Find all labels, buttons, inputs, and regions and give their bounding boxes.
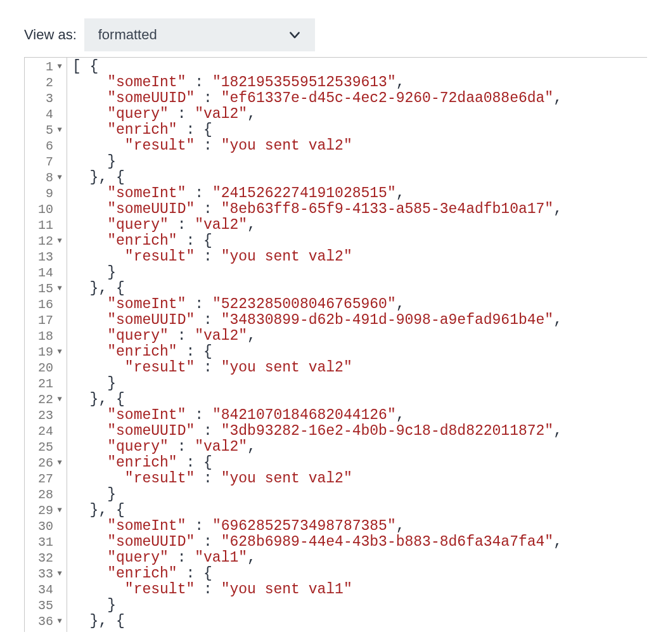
- line-number: 34▼: [25, 582, 67, 598]
- code-line[interactable]: }, {: [72, 170, 647, 186]
- line-number: 23▼: [25, 408, 67, 423]
- code-line[interactable]: "result" : "you sent val2": [72, 249, 647, 265]
- view-as-select[interactable]: formatted: [84, 18, 315, 51]
- code-line[interactable]: "enrich" : {: [72, 122, 647, 138]
- code-line[interactable]: "enrich" : {: [72, 233, 647, 249]
- line-number: 13▼: [25, 249, 67, 265]
- line-number: 7▼: [25, 154, 67, 170]
- code-line[interactable]: }, {: [72, 614, 647, 629]
- line-number: 14▼: [25, 265, 67, 281]
- code-line[interactable]: }, {: [72, 503, 647, 518]
- code-line[interactable]: [ {: [72, 59, 647, 75]
- line-number: 36▼: [25, 614, 67, 629]
- line-number: 19▼: [25, 344, 67, 360]
- view-as-label: View as:: [24, 27, 77, 43]
- line-number: 31▼: [25, 534, 67, 550]
- line-number: 27▼: [25, 471, 67, 487]
- code-line[interactable]: "query" : "val2",: [72, 217, 647, 233]
- line-number: 16▼: [25, 297, 67, 312]
- code-line[interactable]: "enrich" : {: [72, 566, 647, 582]
- code-line[interactable]: "someInt" : "1821953559512539613",: [72, 75, 647, 91]
- view-as-toolbar: View as: formatted: [0, 0, 649, 57]
- code-line[interactable]: "someInt" : "8421070184682044126",: [72, 408, 647, 423]
- code-line[interactable]: "enrich" : {: [72, 455, 647, 471]
- code-line[interactable]: "enrich" : {: [72, 344, 647, 360]
- fold-toggle-icon[interactable]: ▼: [55, 170, 64, 186]
- code-line[interactable]: }: [72, 376, 647, 392]
- line-number: 5▼: [25, 122, 67, 138]
- code-line[interactable]: "someUUID" : "34830899-d62b-491d-9098-a9…: [72, 312, 647, 328]
- line-number: 6▼: [25, 138, 67, 154]
- code-line[interactable]: "someInt" : "6962852573498787385",: [72, 518, 647, 534]
- fold-toggle-icon[interactable]: ▼: [55, 233, 64, 249]
- line-number: 18▼: [25, 328, 67, 344]
- fold-toggle-icon[interactable]: ▼: [55, 59, 64, 75]
- code-viewer: 1▼2▼3▼4▼5▼6▼7▼8▼9▼10▼11▼12▼13▼14▼15▼16▼1…: [24, 57, 647, 632]
- line-number: 30▼: [25, 518, 67, 534]
- code-line[interactable]: "someUUID" : "ef61337e-d45c-4ec2-9260-72…: [72, 91, 647, 106]
- line-number: 22▼: [25, 392, 67, 408]
- code-line[interactable]: "query" : "val1",: [72, 550, 647, 566]
- code-line[interactable]: "someInt" : "2415262274191028515",: [72, 186, 647, 202]
- view-as-select-value: formatted: [98, 27, 157, 43]
- line-number: 10▼: [25, 202, 67, 217]
- line-number: 29▼: [25, 503, 67, 518]
- fold-toggle-icon[interactable]: ▼: [55, 281, 64, 297]
- line-number: 11▼: [25, 217, 67, 233]
- line-number: 25▼: [25, 439, 67, 455]
- line-number-gutter: 1▼2▼3▼4▼5▼6▼7▼8▼9▼10▼11▼12▼13▼14▼15▼16▼1…: [25, 58, 67, 632]
- code-line[interactable]: "result" : "you sent val2": [72, 360, 647, 376]
- code-line[interactable]: "someInt" : "5223285008046765960",: [72, 297, 647, 312]
- line-number: 35▼: [25, 598, 67, 614]
- line-number: 4▼: [25, 106, 67, 122]
- fold-toggle-icon[interactable]: ▼: [55, 344, 64, 360]
- line-number: 24▼: [25, 423, 67, 439]
- fold-toggle-icon[interactable]: ▼: [55, 503, 64, 518]
- line-number: 9▼: [25, 186, 67, 202]
- line-number: 32▼: [25, 550, 67, 566]
- line-number: 26▼: [25, 455, 67, 471]
- code-line[interactable]: "someUUID" : "628b6989-44e4-43b3-b883-8d…: [72, 534, 647, 550]
- line-number: 2▼: [25, 75, 67, 91]
- line-number: 12▼: [25, 233, 67, 249]
- chevron-down-icon: [288, 29, 301, 41]
- code-line[interactable]: }: [72, 487, 647, 503]
- code-line[interactable]: }: [72, 265, 647, 281]
- line-number: 21▼: [25, 376, 67, 392]
- line-number: 33▼: [25, 566, 67, 582]
- fold-toggle-icon[interactable]: ▼: [55, 392, 64, 408]
- line-number: 15▼: [25, 281, 67, 297]
- code-line[interactable]: "someUUID" : "3db93282-16e2-4b0b-9c18-d8…: [72, 423, 647, 439]
- code-line[interactable]: }: [72, 598, 647, 614]
- code-line[interactable]: }, {: [72, 281, 647, 297]
- line-number: 17▼: [25, 312, 67, 328]
- code-line[interactable]: "result" : "you sent val2": [72, 471, 647, 487]
- code-content[interactable]: [ { "someInt" : "1821953559512539613", "…: [67, 58, 647, 632]
- line-number: 1▼: [25, 59, 67, 75]
- code-line[interactable]: "someUUID" : "8eb63ff8-65f9-4133-a585-3e…: [72, 202, 647, 217]
- code-line[interactable]: "result" : "you sent val2": [72, 138, 647, 154]
- code-line[interactable]: "query" : "val2",: [72, 328, 647, 344]
- code-line[interactable]: "query" : "val2",: [72, 106, 647, 122]
- fold-toggle-icon[interactable]: ▼: [55, 566, 64, 582]
- line-number: 3▼: [25, 91, 67, 106]
- line-number: 8▼: [25, 170, 67, 186]
- fold-toggle-icon[interactable]: ▼: [55, 122, 64, 138]
- fold-toggle-icon[interactable]: ▼: [55, 614, 64, 629]
- code-line[interactable]: "query" : "val2",: [72, 439, 647, 455]
- fold-toggle-icon[interactable]: ▼: [55, 455, 64, 471]
- code-line[interactable]: }: [72, 154, 647, 170]
- line-number: 20▼: [25, 360, 67, 376]
- code-line[interactable]: }, {: [72, 392, 647, 408]
- line-number: 28▼: [25, 487, 67, 503]
- code-line[interactable]: "result" : "you sent val1": [72, 582, 647, 598]
